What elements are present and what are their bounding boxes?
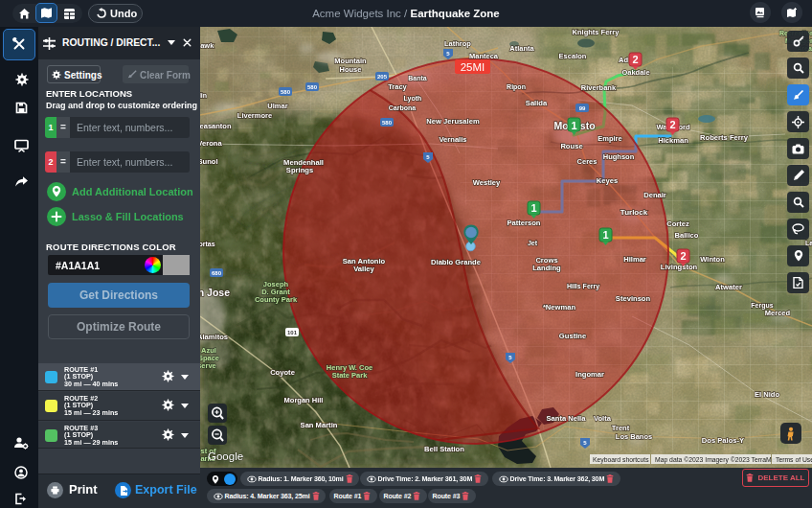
- svg-text:Livingston: Livingston: [661, 263, 698, 271]
- svg-text:Cortez: Cortez: [666, 219, 689, 228]
- svg-text:205: 205: [377, 74, 388, 80]
- svg-text:Riverbank: Riverbank: [581, 83, 617, 92]
- svg-text:Ad: Ad: [619, 56, 628, 64]
- svg-text:Mountain: Mountain: [334, 57, 367, 65]
- svg-text:Lathrop: Lathrop: [444, 39, 471, 48]
- svg-text:El Nido: El Nido: [755, 390, 780, 399]
- svg-text:Ingomar: Ingomar: [575, 370, 604, 379]
- svg-text:Hills Ferry: Hills Ferry: [567, 283, 599, 290]
- svg-text:Manteca: Manteca: [469, 52, 499, 60]
- svg-text:Knights Ferry: Knights Ferry: [573, 28, 620, 36]
- svg-text:Salida: Salida: [526, 99, 548, 107]
- svg-text:Banta: Banta: [408, 75, 427, 81]
- svg-text:580: 580: [307, 84, 318, 90]
- svg-text:580: 580: [382, 120, 393, 126]
- svg-text:Atlanta: Atlanta: [509, 44, 534, 53]
- svg-text:Ripon: Ripon: [507, 83, 526, 91]
- svg-text:Westley: Westley: [473, 178, 501, 187]
- svg-text:leasanton: leasanton: [200, 122, 232, 130]
- svg-text:serve: serve: [200, 361, 216, 370]
- svg-text:Trent: Trent: [612, 424, 630, 432]
- svg-text:Winton: Winton: [700, 255, 725, 264]
- svg-text:25MI: 25MI: [461, 61, 485, 73]
- svg-text:Dos Palos-Y: Dos Palos-Y: [702, 436, 744, 445]
- svg-text:hawk: hawk: [200, 41, 214, 50]
- svg-text:Hughson: Hughson: [603, 152, 635, 161]
- svg-text:ortas: ortas: [200, 241, 215, 247]
- svg-text:Ballico: Ballico: [675, 231, 699, 240]
- svg-text:1: 1: [602, 229, 608, 241]
- svg-text:99: 99: [579, 105, 586, 111]
- svg-text:Stevinson: Stevinson: [616, 294, 651, 303]
- svg-text:Verona: Verona: [200, 139, 222, 148]
- svg-text:Lyoth: Lyoth: [404, 95, 422, 103]
- svg-text:Gustine: Gustine: [559, 332, 586, 340]
- svg-text:Map data ©2023 Imagery ©2023 T: Map data ©2023 Imagery ©2023 TerraMetric…: [655, 456, 788, 464]
- svg-text:Keyes: Keyes: [597, 176, 618, 185]
- svg-text:1: 1: [571, 120, 576, 131]
- svg-text:Sunol: Sunol: [200, 157, 218, 166]
- svg-text:lin: lin: [200, 92, 207, 99]
- svg-text:Google: Google: [208, 450, 243, 462]
- svg-text:680: 680: [212, 270, 222, 276]
- svg-text:Merced: Merced: [765, 309, 791, 317]
- svg-text:House: House: [340, 65, 362, 74]
- svg-text:Atwater: Atwater: [715, 283, 742, 291]
- svg-text:Terms of Use: Terms of Use: [776, 456, 812, 463]
- svg-text:Denair: Denair: [643, 191, 666, 199]
- svg-text:New Jerusalem: New Jerusalem: [426, 117, 480, 126]
- svg-text:Alamitos: Alamitos: [200, 333, 228, 341]
- svg-text:Santa Nella: Santa Nella: [547, 414, 587, 423]
- svg-text:1: 1: [530, 202, 536, 214]
- svg-text:Patterson: Patterson: [507, 219, 540, 227]
- svg-text:Empire: Empire: [598, 134, 621, 143]
- svg-text:Diablo Grande: Diablo Grande: [431, 258, 481, 266]
- svg-text:2: 2: [632, 54, 638, 65]
- svg-text:Turlock: Turlock: [620, 208, 648, 217]
- svg-text:Hickman: Hickman: [658, 136, 688, 145]
- svg-text:County Park: County Park: [255, 295, 298, 304]
- svg-text:Escalon: Escalon: [559, 52, 587, 60]
- svg-text:Ulmar: Ulmar: [267, 102, 287, 110]
- svg-text:Hilmar: Hilmar: [623, 255, 646, 264]
- svg-text:Ceres: Ceres: [577, 157, 598, 166]
- svg-text:Roberts Ferry: Roberts Ferry: [700, 133, 749, 142]
- svg-text:Vernalis: Vernalis: [439, 135, 466, 144]
- svg-text:Landing: Landing: [532, 264, 561, 272]
- svg-text:Morgan Hill: Morgan Hill: [284, 396, 324, 404]
- svg-text:Livermore: Livermore: [237, 111, 272, 120]
- svg-text:2: 2: [669, 119, 675, 130]
- svg-text:San Martin: San Martin: [301, 421, 338, 429]
- svg-text:Rouse: Rouse: [560, 142, 582, 150]
- svg-text:Coyote: Coyote: [270, 368, 295, 377]
- svg-text:2: 2: [680, 250, 686, 262]
- svg-text:Jet: Jet: [528, 240, 538, 246]
- svg-text:San Jose: San Jose: [200, 287, 230, 298]
- svg-text:Los Banos: Los Banos: [616, 432, 652, 441]
- svg-text:580: 580: [281, 89, 291, 95]
- svg-text:101: 101: [287, 330, 298, 335]
- svg-text:State Park: State Park: [332, 371, 369, 380]
- svg-text:Keyboard shortcuts: Keyboard shortcuts: [593, 456, 649, 464]
- svg-text:*Newman: *Newman: [543, 303, 576, 312]
- svg-text:Bell Station: Bell Station: [424, 445, 464, 453]
- svg-text:Springs: Springs: [286, 166, 313, 174]
- svg-text:Carbona: Carbona: [389, 104, 417, 111]
- svg-text:Volta: Volta: [594, 414, 612, 423]
- svg-text:Tracy: Tracy: [388, 82, 407, 91]
- svg-text:Valley: Valley: [353, 265, 374, 273]
